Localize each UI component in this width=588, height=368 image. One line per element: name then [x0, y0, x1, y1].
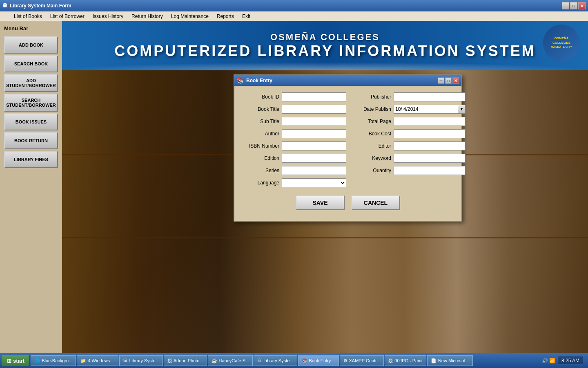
quantity-input[interactable] — [394, 166, 466, 175]
taskbar-book-entry-icon: 📚 — [302, 358, 307, 364]
editor-row: Editor — [354, 141, 466, 150]
clock: 8:25 AM — [558, 357, 583, 365]
date-publish-input[interactable] — [394, 106, 458, 112]
keyword-row: Keyword — [354, 154, 466, 163]
taskbar-4-windows-icon: 📁 — [80, 358, 86, 364]
date-publish-row: Date Publish ▼ — [354, 105, 466, 114]
book-id-input[interactable] — [282, 92, 346, 101]
edition-label: Edition — [243, 155, 279, 161]
author-input[interactable] — [282, 129, 346, 138]
system-tray: 🔊 📶 — [542, 358, 555, 364]
app-title: Library System Main Form — [10, 3, 71, 9]
taskbar-blue-bg[interactable]: 🌐 Blue-Backgro... — [31, 355, 76, 366]
save-button[interactable]: SAVE — [296, 195, 345, 210]
book-id-row: Book ID — [243, 92, 346, 101]
taskbar-blue-bg-label: Blue-Backgro... — [42, 358, 72, 363]
series-input[interactable] — [282, 166, 346, 175]
taskbar: ⊞ start 🌐 Blue-Backgro... 📁 4 Windows ..… — [0, 353, 588, 368]
isbn-input[interactable] — [282, 141, 346, 150]
language-row: Language English Filipino Spanish — [243, 178, 346, 187]
taskbar-xampp[interactable]: ⚙ XAMPP Contr... — [340, 355, 384, 366]
taskbar-book-entry-label: Book Entry — [309, 358, 331, 363]
start-button[interactable]: ⊞ start — [2, 355, 30, 366]
series-label: Series — [243, 168, 279, 173]
taskbar-handy-cafe-icon: ☕ — [212, 358, 217, 364]
keyword-input[interactable] — [394, 154, 466, 163]
sub-title-input[interactable] — [282, 117, 346, 126]
dialog-close-button[interactable]: ✕ — [452, 77, 459, 84]
right-column: Publisher Date Publish ▼ Total Page — [354, 92, 466, 187]
menu-file[interactable] — [2, 16, 10, 17]
taskbar-right: 🔊 📶 8:25 AM — [542, 357, 586, 365]
taskbar-adobe-photo[interactable]: 🖼 Adobe Photo... — [164, 355, 207, 366]
taskbar-xampp-label: XAMPP Contr... — [349, 358, 381, 363]
book-id-label: Book ID — [243, 94, 279, 100]
sub-title-row: Sub Title — [243, 117, 346, 126]
add-book-button[interactable]: ADD BOOK — [4, 36, 58, 54]
book-title-row: Book Title — [243, 105, 346, 114]
library-fines-button[interactable]: LIBRARY FINES — [4, 151, 58, 168]
add-student-button[interactable]: ADD STUDENT/BORROWER — [4, 74, 58, 92]
dialog-controls: ─ □ ✕ — [438, 77, 459, 84]
close-button[interactable]: ✕ — [578, 2, 586, 9]
book-cost-input[interactable] — [394, 129, 466, 138]
book-return-button[interactable]: BOOK RETURN — [4, 132, 58, 149]
college-logo: OSMEÑACOLLEGESMASBATE CITY — [543, 25, 580, 61]
menu-log-maintenance[interactable]: Log Maintenance — [167, 13, 213, 20]
isbn-label: ISBN Number — [243, 143, 279, 149]
title-bar: 🏛 Library System Main Form ─ □ ✕ — [0, 0, 588, 11]
dialog-maximize-button[interactable]: □ — [445, 77, 452, 84]
date-dropdown-button[interactable]: ▼ — [458, 105, 465, 113]
taskbar-4-windows-label: 4 Windows ... — [88, 358, 115, 363]
taskbar-new-ms[interactable]: 📄 New Microsof... — [427, 355, 473, 366]
taskbar-blue-bg-icon: 🌐 — [34, 358, 40, 364]
menu-issues-history[interactable]: Issues History — [89, 13, 127, 20]
minimize-button[interactable]: ─ — [562, 2, 569, 9]
quantity-label: Quantity — [354, 168, 391, 173]
total-page-input[interactable] — [394, 117, 466, 126]
search-student-button[interactable]: SEARCH STUDENT/BORROWER — [4, 94, 58, 112]
header-banner: OSMEÑA COLLEGES COMPUTERIZED LIBRARY INF… — [62, 21, 588, 70]
title-bar-left: 🏛 Library System Main Form — [2, 3, 71, 9]
book-cost-row: Book Cost — [354, 129, 466, 138]
menu-list-of-books[interactable]: List of Books — [10, 13, 46, 20]
menu-return-history[interactable]: Return History — [127, 13, 167, 20]
taskbar-handy-cafe[interactable]: ☕ HandyCafe S... — [208, 355, 253, 366]
menu-reports[interactable]: Reports — [213, 13, 238, 20]
edition-row: Edition — [243, 154, 346, 163]
taskbar-00jpg[interactable]: 🖼 00JPG - Paint — [385, 355, 426, 366]
sidebar-title: Menu Bar — [4, 25, 58, 31]
menu-list-of-borrower[interactable]: List of Borrower — [46, 13, 89, 20]
taskbar-4-windows[interactable]: 📁 4 Windows ... — [77, 355, 118, 366]
publisher-input[interactable] — [394, 92, 466, 101]
language-label: Language — [243, 180, 279, 186]
taskbar-library-sys1[interactable]: 🏛 Library Syste... — [119, 355, 163, 366]
taskbar-library-sys2[interactable]: 🏛 Library Syste... — [254, 355, 297, 366]
form-grid: Book ID Book Title Sub Title Author — [243, 92, 453, 187]
author-label: Author — [243, 131, 279, 137]
language-select[interactable]: English Filipino Spanish — [282, 178, 346, 187]
system-name: COMPUTERIZED LIBRARY INFORMATION SYSTEM — [114, 43, 535, 60]
menu-exit[interactable]: Exit — [238, 13, 254, 20]
cancel-button[interactable]: CANCEL — [351, 195, 400, 210]
left-column: Book ID Book Title Sub Title Author — [243, 92, 346, 187]
main-area: Menu Bar ADD BOOK SEARCH BOOK ADD STUDEN… — [0, 21, 588, 353]
taskbar-new-ms-icon: 📄 — [431, 358, 437, 364]
maximize-button[interactable]: □ — [570, 2, 577, 9]
book-cost-label: Book Cost — [354, 131, 391, 137]
book-issues-button[interactable]: BOOK ISSUES — [4, 113, 58, 130]
dialog-minimize-button[interactable]: ─ — [438, 77, 444, 84]
dialog-body: Book ID Book Title Sub Title Author — [234, 86, 461, 221]
taskbar-library-sys1-label: Library Syste... — [129, 358, 159, 363]
dialog-buttons: SAVE CANCEL — [243, 195, 453, 214]
publisher-row: Publisher — [354, 92, 466, 101]
search-book-button[interactable]: SEARCH BOOK — [4, 55, 58, 72]
editor-input[interactable] — [394, 141, 466, 150]
edition-input[interactable] — [282, 154, 346, 163]
dialog-icon: 📚 — [237, 77, 244, 84]
taskbar-new-ms-label: New Microsof... — [438, 358, 469, 363]
taskbar-book-entry[interactable]: 📚 Book Entry — [298, 355, 339, 366]
book-title-input[interactable] — [282, 105, 346, 114]
publisher-label: Publisher — [354, 94, 391, 100]
taskbar-00jpg-label: 00JPG - Paint — [394, 358, 422, 363]
